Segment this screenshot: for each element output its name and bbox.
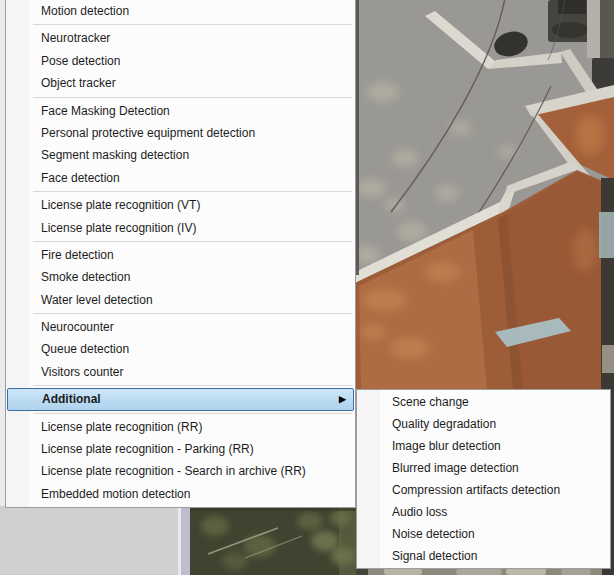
menu-item-face-detection[interactable]: Face detection bbox=[6, 167, 355, 189]
menu-separator bbox=[33, 191, 352, 192]
submenu-item-signal-detection[interactable]: Signal detection bbox=[357, 545, 610, 567]
menu-separator bbox=[33, 97, 352, 98]
menu-item-label: Additional bbox=[42, 392, 101, 406]
menu-item-additional[interactable]: Additional ▶ bbox=[7, 388, 354, 410]
additional-submenu: Scene change Quality degradation Image b… bbox=[356, 389, 611, 569]
submenu-item-blurred-image-detection[interactable]: Blurred image detection bbox=[357, 457, 610, 479]
menu-item-smoke-detection[interactable]: Smoke detection bbox=[6, 266, 355, 288]
camera-view-rooftop bbox=[355, 0, 614, 390]
vegetation-scene-graphic bbox=[190, 506, 356, 575]
menu-item-ppe-detection[interactable]: Personal protective equipment detection bbox=[6, 122, 355, 144]
menu-item-lpr-iv[interactable]: License plate recognition (IV) bbox=[6, 217, 355, 239]
menu-item-segment-masking-detection[interactable]: Segment masking detection bbox=[6, 144, 355, 166]
menu-separator bbox=[33, 413, 352, 414]
menu-item-fire-detection[interactable]: Fire detection bbox=[6, 244, 355, 266]
menu-item-lpr-search-archive-rr[interactable]: License plate recognition - Search in ar… bbox=[6, 460, 355, 482]
panel-divider bbox=[178, 506, 190, 575]
submenu-item-audio-loss[interactable]: Audio loss bbox=[357, 501, 610, 523]
menu-item-lpr-parking-rr[interactable]: License plate recognition - Parking (RR) bbox=[6, 438, 355, 460]
menu-item-lpr-rr[interactable]: License plate recognition (RR) bbox=[6, 416, 355, 438]
menu-item-neurocounter[interactable]: Neurocounter bbox=[6, 316, 355, 338]
menu-separator bbox=[33, 313, 352, 314]
menu-item-visitors-counter[interactable]: Visitors counter bbox=[6, 361, 355, 383]
submenu-item-noise-detection[interactable]: Noise detection bbox=[357, 523, 610, 545]
screen: Motion detection Neurotracker Pose detec… bbox=[0, 0, 614, 575]
menu-item-motion-detection[interactable]: Motion detection bbox=[6, 0, 355, 22]
menu-item-lpr-vt[interactable]: License plate recognition (VT) bbox=[6, 194, 355, 216]
menu-item-face-masking-detection[interactable]: Face Masking Detection bbox=[6, 100, 355, 122]
submenu-item-quality-degradation[interactable]: Quality degradation bbox=[357, 413, 610, 435]
bottom-left-panel bbox=[0, 506, 178, 575]
detection-tools-context-menu: Motion detection Neurotracker Pose detec… bbox=[5, 0, 356, 508]
submenu-item-image-blur-detection[interactable]: Image blur detection bbox=[357, 435, 610, 457]
menu-separator bbox=[33, 24, 352, 25]
submenu-arrow-icon: ▶ bbox=[339, 395, 346, 404]
submenu-item-compression-artifacts-detection[interactable]: Compression artifacts detection bbox=[357, 479, 610, 501]
camera-view-vegetation bbox=[190, 506, 356, 575]
menu-item-water-level-detection[interactable]: Water level detection bbox=[6, 289, 355, 311]
menu-item-queue-detection[interactable]: Queue detection bbox=[6, 338, 355, 360]
submenu-item-scene-change[interactable]: Scene change bbox=[357, 391, 610, 413]
menu-item-embedded-motion-detection[interactable]: Embedded motion detection bbox=[6, 483, 355, 505]
menu-item-neurotracker[interactable]: Neurotracker bbox=[6, 27, 355, 49]
rooftop-scene-graphic bbox=[355, 0, 614, 390]
menu-separator bbox=[33, 241, 352, 242]
menu-item-pose-detection[interactable]: Pose detection bbox=[6, 50, 355, 72]
menu-item-object-tracker[interactable]: Object tracker bbox=[6, 72, 355, 94]
menu-separator bbox=[33, 385, 352, 386]
